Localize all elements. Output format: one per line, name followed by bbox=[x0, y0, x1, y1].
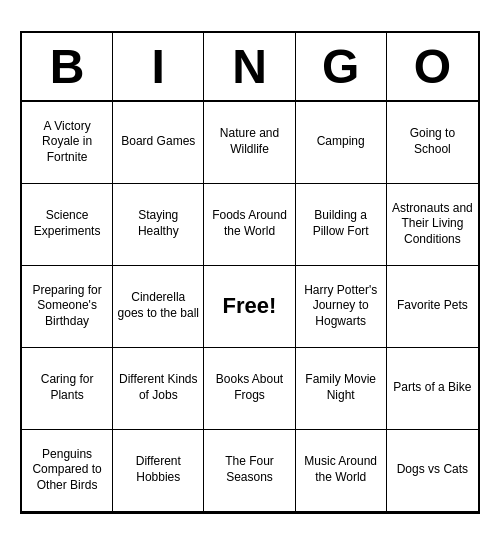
bingo-cell-11[interactable]: Cinderella goes to the ball bbox=[113, 266, 204, 348]
cell-text-7: Foods Around the World bbox=[208, 208, 290, 239]
bingo-cell-16[interactable]: Different Kinds of Jobs bbox=[113, 348, 204, 430]
cell-text-14: Favorite Pets bbox=[397, 298, 468, 314]
bingo-letter-o: O bbox=[387, 33, 478, 100]
cell-text-15: Caring for Plants bbox=[26, 372, 108, 403]
bingo-letter-b: B bbox=[22, 33, 113, 100]
cell-text-5: Science Experiments bbox=[26, 208, 108, 239]
bingo-cell-8[interactable]: Building a Pillow Fort bbox=[296, 184, 387, 266]
cell-text-23: Music Around the World bbox=[300, 454, 382, 485]
cell-text-11: Cinderella goes to the ball bbox=[117, 290, 199, 321]
bingo-cell-24[interactable]: Dogs vs Cats bbox=[387, 430, 478, 512]
bingo-cell-7[interactable]: Foods Around the World bbox=[204, 184, 295, 266]
bingo-cell-20[interactable]: Penguins Compared to Other Birds bbox=[22, 430, 113, 512]
cell-text-21: Different Hobbies bbox=[117, 454, 199, 485]
bingo-card: BINGO A Victory Royale in FortniteBoard … bbox=[20, 31, 480, 514]
bingo-cell-3[interactable]: Camping bbox=[296, 102, 387, 184]
bingo-cell-2[interactable]: Nature and Wildlife bbox=[204, 102, 295, 184]
cell-text-6: Staying Healthy bbox=[117, 208, 199, 239]
bingo-letter-i: I bbox=[113, 33, 204, 100]
bingo-cell-10[interactable]: Preparing for Someone's Birthday bbox=[22, 266, 113, 348]
cell-text-4: Going to School bbox=[391, 126, 474, 157]
cell-text-12: Free! bbox=[223, 292, 277, 321]
cell-text-13: Harry Potter's Journey to Hogwarts bbox=[300, 283, 382, 330]
bingo-letter-n: N bbox=[204, 33, 295, 100]
bingo-cell-22[interactable]: The Four Seasons bbox=[204, 430, 295, 512]
cell-text-1: Board Games bbox=[121, 134, 195, 150]
cell-text-17: Books About Frogs bbox=[208, 372, 290, 403]
bingo-cell-14[interactable]: Favorite Pets bbox=[387, 266, 478, 348]
bingo-cell-9[interactable]: Astronauts and Their Living Conditions bbox=[387, 184, 478, 266]
cell-text-20: Penguins Compared to Other Birds bbox=[26, 447, 108, 494]
cell-text-9: Astronauts and Their Living Conditions bbox=[391, 201, 474, 248]
bingo-cell-18[interactable]: Family Movie Night bbox=[296, 348, 387, 430]
bingo-cell-6[interactable]: Staying Healthy bbox=[113, 184, 204, 266]
cell-text-2: Nature and Wildlife bbox=[208, 126, 290, 157]
cell-text-10: Preparing for Someone's Birthday bbox=[26, 283, 108, 330]
cell-text-8: Building a Pillow Fort bbox=[300, 208, 382, 239]
bingo-cell-1[interactable]: Board Games bbox=[113, 102, 204, 184]
bingo-header: BINGO bbox=[22, 33, 478, 102]
bingo-grid: A Victory Royale in FortniteBoard GamesN… bbox=[22, 102, 478, 512]
bingo-cell-23[interactable]: Music Around the World bbox=[296, 430, 387, 512]
bingo-cell-21[interactable]: Different Hobbies bbox=[113, 430, 204, 512]
bingo-cell-15[interactable]: Caring for Plants bbox=[22, 348, 113, 430]
bingo-cell-13[interactable]: Harry Potter's Journey to Hogwarts bbox=[296, 266, 387, 348]
cell-text-0: A Victory Royale in Fortnite bbox=[26, 119, 108, 166]
cell-text-3: Camping bbox=[317, 134, 365, 150]
bingo-cell-5[interactable]: Science Experiments bbox=[22, 184, 113, 266]
cell-text-16: Different Kinds of Jobs bbox=[117, 372, 199, 403]
bingo-cell-12[interactable]: Free! bbox=[204, 266, 295, 348]
cell-text-19: Parts of a Bike bbox=[393, 380, 471, 396]
cell-text-18: Family Movie Night bbox=[300, 372, 382, 403]
cell-text-24: Dogs vs Cats bbox=[397, 462, 468, 478]
bingo-letter-g: G bbox=[296, 33, 387, 100]
cell-text-22: The Four Seasons bbox=[208, 454, 290, 485]
bingo-cell-0[interactable]: A Victory Royale in Fortnite bbox=[22, 102, 113, 184]
bingo-cell-19[interactable]: Parts of a Bike bbox=[387, 348, 478, 430]
bingo-cell-17[interactable]: Books About Frogs bbox=[204, 348, 295, 430]
bingo-cell-4[interactable]: Going to School bbox=[387, 102, 478, 184]
